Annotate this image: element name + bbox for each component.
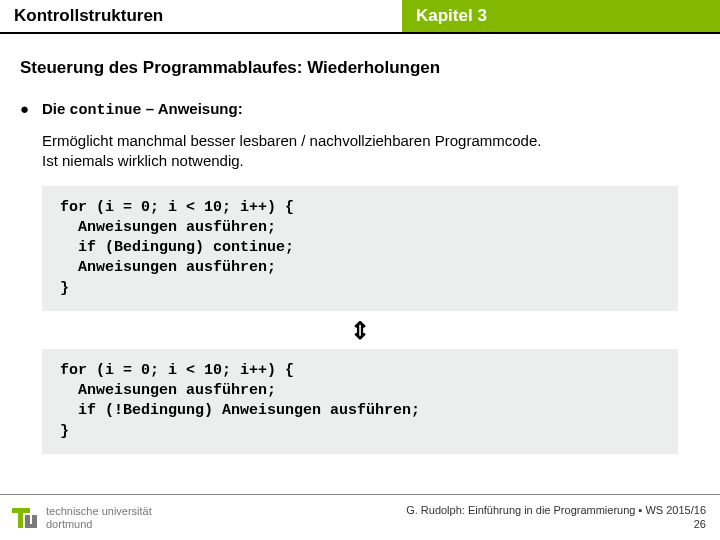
bullet-marker: ● — [20, 100, 42, 117]
body-line2: Ist niemals wirklich notwendig. — [42, 152, 244, 169]
code-block-2: for (i = 0; i < 10; i++) { Anweisungen a… — [42, 349, 678, 454]
page-number: 26 — [694, 518, 706, 530]
bullet-keyword: continue — [70, 102, 142, 119]
tu-logo-icon — [10, 504, 38, 532]
bullet-suffix: – Anweisung: — [142, 100, 243, 117]
uni-line1: technische universität — [46, 505, 152, 517]
code-block-1: for (i = 0; i < 10; i++) { Anweisungen a… — [42, 186, 678, 311]
slide-header: Kontrollstrukturen Kapitel 3 — [0, 0, 720, 34]
bullet-prefix: Die — [42, 100, 70, 117]
uni-line2: dortmund — [46, 518, 92, 530]
slide-footer: technische universität dortmund G. Rudol… — [0, 494, 720, 540]
equivalence-arrow: ⇕ — [20, 317, 700, 345]
university-logo: technische universität dortmund — [10, 504, 152, 532]
section-heading: Steuerung des Programmablaufes: Wiederho… — [20, 58, 700, 78]
university-name: technische universität dortmund — [46, 505, 152, 529]
header-topic: Kontrollstrukturen — [0, 0, 402, 32]
slide-content: Steuerung des Programmablaufes: Wiederho… — [0, 34, 720, 454]
header-chapter: Kapitel 3 — [402, 0, 720, 32]
svg-rect-1 — [18, 508, 23, 528]
footer-credit: G. Rudolph: Einführung in die Programmie… — [406, 504, 706, 532]
body-text: Ermöglicht manchmal besser lesbaren / na… — [42, 131, 700, 172]
bullet-item: ● Die continue – Anweisung: — [20, 100, 700, 119]
body-line1: Ermöglicht manchmal besser lesbaren / na… — [42, 132, 541, 149]
bullet-text: Die continue – Anweisung: — [42, 100, 243, 119]
svg-rect-4 — [25, 524, 37, 528]
credit-text: G. Rudolph: Einführung in die Programmie… — [406, 504, 706, 516]
